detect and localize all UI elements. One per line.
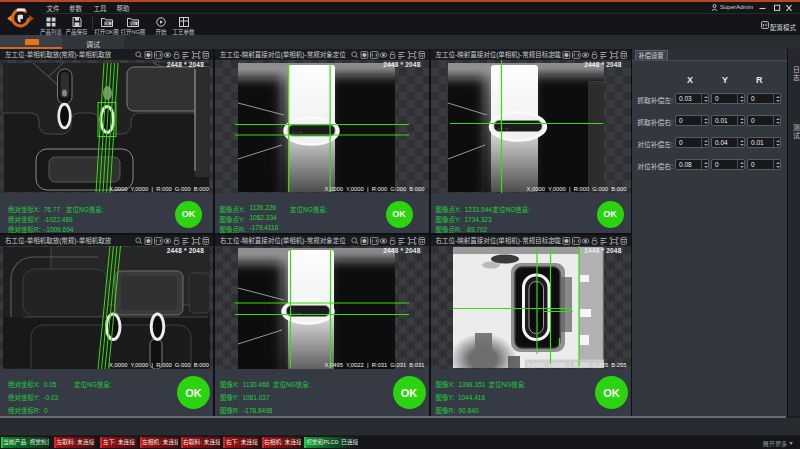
svg-text:NG: NG: [131, 21, 136, 25]
